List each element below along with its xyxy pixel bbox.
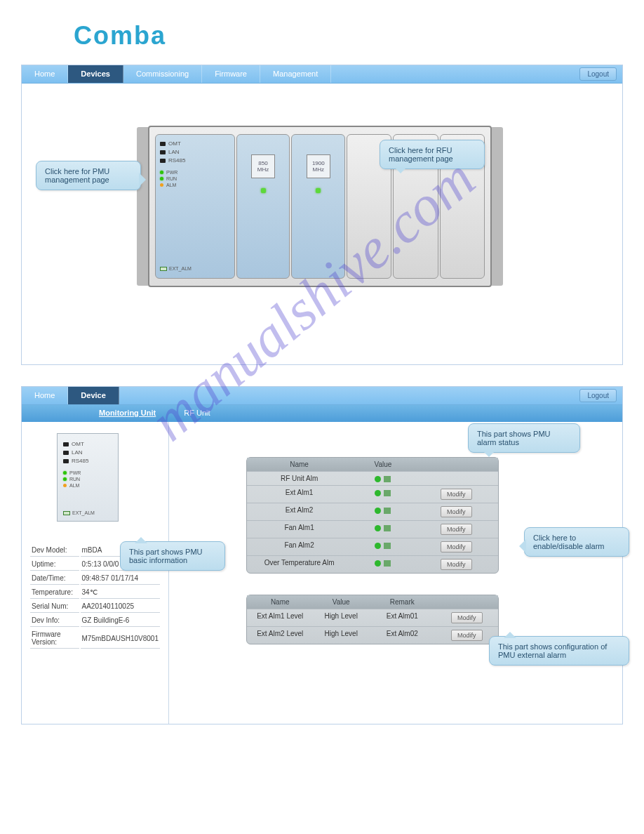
info-row: Temperature:34℃ bbox=[30, 586, 160, 599]
port-label: OMT bbox=[168, 140, 181, 147]
rf-led-icon bbox=[316, 188, 321, 193]
status-sq-icon bbox=[384, 543, 391, 549]
cfg-row: Ext Alm2 Level High Level Ext Alm02 Modi… bbox=[247, 626, 498, 644]
alarm-row: Fan Alm1 Modify bbox=[247, 520, 498, 538]
panel-monitoring: Home Device Logout Monitoring Unit RF Un… bbox=[21, 386, 623, 724]
port-label: RS485 bbox=[168, 157, 185, 164]
subnav-monitoring[interactable]: Monitoring Unit bbox=[85, 405, 170, 422]
left-column: OMT LAN RS485 PWR RUN ALM EXT_ALM This p… bbox=[22, 422, 169, 724]
port-label: OMT bbox=[72, 441, 84, 447]
port-label: LAN bbox=[168, 149, 180, 155]
alarm-row: Over Temperature Alm Modify bbox=[247, 555, 498, 573]
info-row: Date/Time:09:48:57 01/17/14 bbox=[30, 572, 160, 585]
col-remark: Remark bbox=[369, 595, 435, 609]
info-row: Firmware Version:M75mBDAUSH10V8001 bbox=[30, 628, 160, 649]
port-label: LAN bbox=[72, 449, 83, 456]
subnav-rfunit[interactable]: RF Unit bbox=[170, 405, 224, 422]
alarm-row: Ext Alm1 Modify bbox=[247, 485, 498, 503]
pmu-slot[interactable]: OMT LAN RS485 PWR RUN ALM EXT_ALM bbox=[155, 134, 235, 279]
modify-button[interactable]: Modify bbox=[441, 489, 472, 500]
port-icon bbox=[160, 159, 166, 163]
status-sq-icon bbox=[384, 490, 391, 496]
status-dot-icon bbox=[375, 543, 381, 549]
status-sq-icon bbox=[384, 525, 391, 531]
logout-button-2[interactable]: Logout bbox=[579, 389, 617, 402]
led-icon bbox=[160, 183, 163, 187]
top-nav: Home Devices Commissioning Firmware Mana… bbox=[22, 65, 622, 84]
led-label: ALM bbox=[166, 183, 176, 187]
cfg-row: Ext Alm1 Level High Level Ext Alm01 Modi… bbox=[247, 609, 498, 626]
col-name: Name bbox=[247, 458, 351, 471]
nav-commissioning[interactable]: Commissioning bbox=[123, 65, 202, 83]
status-dot-icon bbox=[375, 490, 381, 496]
modify-button[interactable]: Modify bbox=[441, 506, 472, 517]
freq-box: 1900MHz bbox=[307, 154, 330, 178]
led-icon bbox=[63, 484, 67, 487]
nav-firmware[interactable]: Firmware bbox=[202, 65, 260, 83]
top-nav-2: Home Device Logout bbox=[22, 387, 622, 405]
modify-button[interactable]: Modify bbox=[451, 612, 483, 623]
alarm-row: Ext Alm2 Modify bbox=[247, 503, 498, 520]
port-icon bbox=[63, 459, 69, 463]
led-icon bbox=[63, 471, 67, 475]
alarm-row: Fan Alm2 Modify bbox=[247, 538, 498, 555]
callout-pmu: Click here for PMU management page bbox=[36, 161, 141, 190]
alarm-row: RF Unit Alm bbox=[247, 471, 498, 485]
nav-device-2[interactable]: Device bbox=[68, 387, 119, 404]
right-column: This part shows PMU alarm status Click h… bbox=[169, 422, 622, 724]
port-icon bbox=[160, 150, 166, 154]
status-dot-icon bbox=[375, 476, 381, 482]
modify-button[interactable]: Modify bbox=[451, 630, 483, 641]
led-icon bbox=[160, 177, 163, 180]
alarm-status-panel: Name Value RF Unit Alm Ext Alm1 Modify bbox=[246, 457, 499, 574]
status-dot-icon bbox=[375, 508, 381, 514]
modify-button[interactable]: Modify bbox=[441, 524, 472, 535]
led-label: PWR bbox=[166, 170, 177, 175]
nav-home-2[interactable]: Home bbox=[22, 387, 68, 404]
led-icon bbox=[160, 171, 163, 174]
logout-button[interactable]: Logout bbox=[579, 67, 617, 81]
nav-home[interactable]: Home bbox=[22, 65, 68, 83]
callout-enable-alarm: Click here to enable/disable alarm bbox=[524, 527, 629, 557]
freq-box: 850MHz bbox=[251, 154, 275, 178]
nav-management[interactable]: Management bbox=[260, 65, 331, 83]
led-label: RUN bbox=[166, 176, 177, 181]
callout-rfu: Click here for RFU management page bbox=[380, 140, 485, 169]
rf-led-icon bbox=[261, 188, 266, 193]
status-dot-icon bbox=[375, 560, 381, 567]
port-label: RS485 bbox=[72, 458, 88, 464]
brand-logo: Comba bbox=[74, 21, 623, 51]
rf-slot-1900[interactable]: 1900MHz bbox=[291, 134, 345, 279]
callout-cfg: This part shows configuration of PMU ext… bbox=[489, 636, 629, 666]
col-value: Value bbox=[313, 595, 369, 609]
info-row: Serial Num:AA20140110025 bbox=[30, 600, 160, 613]
extalm-icon bbox=[63, 511, 70, 515]
panel-devices: Home Devices Commissioning Firmware Mana… bbox=[21, 65, 623, 365]
extalm-label: EXT_ALM bbox=[72, 510, 95, 515]
callout-alarm-status: This part shows PMU alarm status bbox=[468, 423, 580, 453]
led-label: RUN bbox=[69, 477, 80, 482]
port-icon bbox=[63, 442, 69, 446]
col-name: Name bbox=[247, 595, 313, 609]
callout-basic: This part shows PMU basic information bbox=[120, 541, 225, 571]
status-sq-icon bbox=[384, 508, 391, 514]
col-value: Value bbox=[351, 458, 415, 471]
port-icon bbox=[160, 142, 166, 146]
status-sq-icon bbox=[384, 560, 391, 567]
info-row: Dev Info:GZ BuildingE-6 bbox=[30, 614, 160, 627]
rf-slot-850[interactable]: 850MHz bbox=[236, 134, 290, 279]
pmu-card: OMT LAN RS485 PWR RUN ALM EXT_ALM bbox=[57, 433, 119, 522]
led-icon bbox=[63, 477, 67, 481]
led-label: ALM bbox=[69, 483, 79, 488]
status-dot-icon bbox=[375, 525, 381, 531]
modify-button[interactable]: Modify bbox=[441, 541, 472, 552]
alarm-config-panel: Name Value Remark Ext Alm1 Level High Le… bbox=[246, 595, 499, 644]
status-sq-icon bbox=[384, 476, 391, 482]
extalm-icon bbox=[160, 267, 167, 271]
extalm-label: EXT_ALM bbox=[169, 266, 192, 271]
port-icon bbox=[63, 451, 69, 455]
modify-button[interactable]: Modify bbox=[441, 559, 472, 570]
nav-devices[interactable]: Devices bbox=[68, 65, 123, 83]
sub-nav: Monitoring Unit RF Unit bbox=[22, 405, 622, 422]
led-label: PWR bbox=[69, 470, 81, 475]
